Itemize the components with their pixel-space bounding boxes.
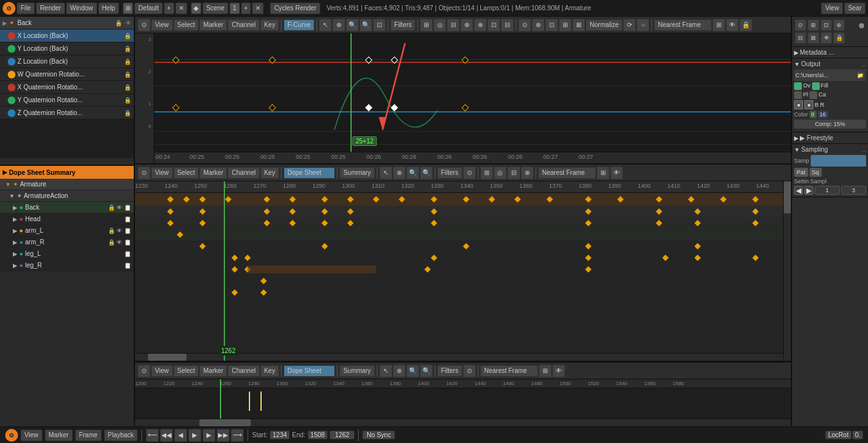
footer-view[interactable]: View [21,429,42,441]
samp-input[interactable] [811,155,866,167]
bottom-zoom1[interactable]: ⊕ [393,365,406,377]
fcurve-normalize-btn[interactable]: Normalize [586,19,622,31]
fcurve-snap-2[interactable]: ◎ [433,19,446,32]
dope-interp-selector[interactable]: Nearest Frame [538,167,596,179]
dope-summary-btn[interactable]: Summary [339,167,375,179]
fcurve-marker-menu[interactable]: Marker [199,19,227,31]
fcurve-channel-back[interactable]: ▶ ✦ Back 🔒 👁 [0,17,134,30]
fcurve-prop[interactable]: ⊡ [545,19,558,32]
bottom-timeline-content[interactable]: 1200 1220 1240 1260 1280 1300 1320 1340 … [135,379,791,426]
fcurve-eye-icon[interactable]: 👁 [726,19,739,32]
fill-checkbox[interactable] [812,82,820,90]
view-btn-top[interactable]: View [821,3,843,14]
fcurve-snap-3[interactable]: ⊟ [447,19,460,32]
right-metadata-row[interactable]: ▶ Metadata ... [794,49,866,56]
bottom-channel-menu[interactable]: Channel [228,365,259,377]
bottom-cursor[interactable]: ↖ [379,365,392,377]
pl-checkbox[interactable] [794,91,802,99]
bottom-hscroll-thumb[interactable] [199,419,251,426]
search-btn-top[interactable]: Sear [844,3,865,14]
sampl-right-btn[interactable]: ▶ [804,186,813,195]
dope-cursor-icon[interactable]: ↖ [379,167,392,179]
fcurve-interp-selector[interactable]: Nearest Frame [654,19,712,31]
dope-bone-back-row[interactable]: ▶ ● Back 🔒 👁 📋 [0,202,134,213]
bottom-filter-icon[interactable]: ⊙ [463,365,476,377]
bottom-view-menu[interactable]: View [151,365,173,377]
dope-snap3[interactable]: ⊟ [507,167,520,179]
fcurve-channel-zloc[interactable]: Z Location (Back) 🔒 [0,55,134,68]
scene-close[interactable]: ✕ [252,3,264,14]
footer-mode-icon[interactable]: ⊙ [5,429,18,442]
fcurve-mirror[interactable]: ⊞ [559,19,572,32]
right-icon-5[interactable]: ⊟ [795,32,806,44]
scene-selector[interactable]: Scene [203,3,228,14]
fcurve-tool-1[interactable]: ↖ [319,19,332,32]
footer-next-icon[interactable]: ▶▶ [217,429,230,442]
fcurve-more[interactable]: ⊠ [572,19,585,32]
fcurve-channel-zquat[interactable]: Z Quaternion Rotatio... 🔒 [0,107,134,120]
scene-add[interactable]: + [241,3,251,14]
bottom-key-menu[interactable]: Key [260,365,279,377]
footer-marker[interactable]: Marker [45,429,73,441]
dope-view-menu[interactable]: View [151,167,173,179]
fcurve-pivot[interactable]: ⊙ [518,19,531,32]
bottom-filters-btn[interactable]: Filters [437,365,462,377]
sampl-left-btn[interactable]: ◀ [794,186,803,195]
fcurve-select-menu[interactable]: Select [174,19,199,31]
color-val1[interactable]: 8 [809,111,817,118]
fcurve-view-mode-icon[interactable]: ⊙ [138,19,150,32]
color-icon-2[interactable]: ■ [804,100,813,109]
menu-render[interactable]: Render [36,3,65,14]
fcurve-tool-3[interactable]: 🔍 [346,19,359,32]
fcurve-channel-yloc[interactable]: Y Location (Back) 🔒 [0,42,134,55]
sampl-value-1[interactable]: 1 [815,186,840,195]
footer-end-icon[interactable]: ⟶ [231,429,244,442]
footer-start-val[interactable]: 1234 [270,431,289,439]
dope-snap2[interactable]: ◎ [494,167,507,179]
sq-btn[interactable]: Sq [809,168,822,177]
dope-summary-row[interactable]: ▶ Dope Sheet Summary [0,166,134,179]
footer-end-val[interactable]: 1508 [308,431,327,439]
color-icon-1[interactable]: ■ [794,100,803,109]
lock-icon-zquat[interactable]: 🔒 [124,110,131,116]
dope-select-menu[interactable]: Select [174,167,199,179]
dope-channel-menu[interactable]: Channel [228,167,259,179]
eye-icon-back[interactable]: 👁 [125,20,131,26]
dope-key-menu[interactable]: Key [260,167,279,179]
footer-back-icon[interactable]: ◀ [174,429,187,442]
right-icon-1[interactable]: ⊙ [795,19,806,31]
dope-vscroll[interactable] [783,181,791,361]
dope-armature-row[interactable]: ▼ ✦ Armature [0,179,134,190]
footer-frame-label[interactable]: Frame [75,429,102,441]
bottom-select-menu[interactable]: Select [174,365,199,377]
lock-icon-back[interactable]: 🔒 [115,20,122,26]
dope-mode-selector[interactable]: Dope Sheet [284,167,335,179]
dope-bone-armr-row[interactable]: ▶ ● arm_R 🔒 👁 📋 [0,237,134,248]
bottom-mode-selector[interactable]: Dope Sheet [284,365,335,377]
dope-bone-legr-row[interactable]: ▶ ● leg_R 📋 [0,260,134,271]
fcurve-snap-6[interactable]: ⊡ [487,19,500,32]
right-output-header[interactable]: ▼ Output ... [794,60,866,68]
dope-snap4[interactable]: ⊕ [521,167,534,179]
bottom-marker-menu[interactable]: Marker [199,365,227,377]
dope-bone-head-row[interactable]: ▶ ● Head 📋 [0,213,134,225]
workspace-add[interactable]: + [164,3,174,14]
fcurve-channel-wquat[interactable]: W Quaternion Rotatio... 🔒 [0,68,134,81]
fcurve-snap-1[interactable]: ⊞ [420,19,433,32]
footer-prev-icon[interactable]: ◀◀ [160,429,173,442]
engine-selector[interactable]: Cycles Render [270,3,320,14]
lock-icon-zloc[interactable]: 🔒 [124,59,131,65]
fcurve-tool-2[interactable]: ⊕ [332,19,345,32]
menu-help[interactable]: Help [98,3,120,14]
fcurve-key-menu[interactable]: Key [260,19,279,31]
ov-checkbox[interactable] [794,82,802,90]
bottom-eye[interactable]: 👁 [552,365,565,377]
fcurve-channel-xquat[interactable]: X Quaternion Rotatio... 🔒 [0,81,134,94]
right-icon-3[interactable]: ⊡ [820,19,832,31]
fcurve-circle[interactable]: ○ [637,19,649,32]
sampling-header[interactable]: ▼ Sampling ... [794,146,866,153]
sampl-value-3[interactable]: 3 [841,186,866,195]
dope-zoom2-icon[interactable]: 🔍 [406,167,419,179]
fcurve-snap-7[interactable]: ⊟ [501,19,514,32]
bottom-interp-icon[interactable]: ⊞ [539,365,552,377]
